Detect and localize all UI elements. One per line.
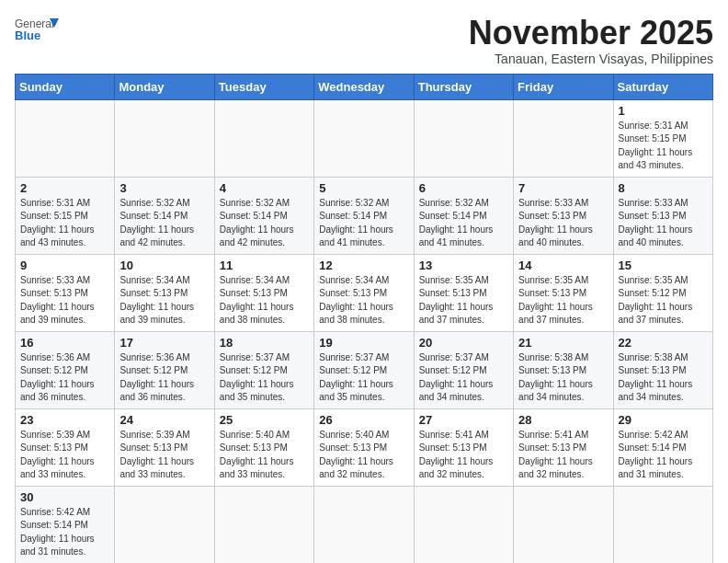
month-year-title: November 2025 xyxy=(469,15,713,52)
calendar-table: SundayMondayTuesdayWednesdayThursdayFrid… xyxy=(15,74,713,563)
calendar-cell: 11Sunrise: 5:34 AMSunset: 5:13 PMDayligh… xyxy=(214,254,313,331)
calendar-cell: 20Sunrise: 5:37 AMSunset: 5:12 PMDayligh… xyxy=(414,331,513,408)
calendar-cell: 15Sunrise: 5:35 AMSunset: 5:12 PMDayligh… xyxy=(613,254,712,331)
calendar-cell: 9Sunrise: 5:33 AMSunset: 5:13 PMDaylight… xyxy=(16,254,115,331)
day-number: 29 xyxy=(619,413,708,427)
col-header-saturday: Saturday xyxy=(613,74,712,99)
day-number: 18 xyxy=(220,336,309,350)
day-number: 21 xyxy=(518,336,608,350)
calendar-cell: 1Sunrise: 5:31 AMSunset: 5:15 PMDaylight… xyxy=(613,99,712,177)
day-number: 2 xyxy=(20,181,109,195)
page-header: General Blue November 2025 Tanauan, East… xyxy=(15,15,713,66)
calendar-cell: 5Sunrise: 5:32 AMSunset: 5:14 PMDaylight… xyxy=(314,177,414,254)
day-number: 28 xyxy=(518,413,608,427)
calendar-cell xyxy=(613,486,712,563)
calendar-cell: 7Sunrise: 5:33 AMSunset: 5:13 PMDaylight… xyxy=(514,177,613,254)
calendar-cell xyxy=(214,99,313,177)
calendar-cell: 28Sunrise: 5:41 AMSunset: 5:13 PMDayligh… xyxy=(514,408,613,486)
day-info: Sunrise: 5:36 AMSunset: 5:12 PMDaylight:… xyxy=(119,351,209,405)
day-number: 13 xyxy=(419,259,508,272)
col-header-monday: Monday xyxy=(115,74,214,99)
logo-area: General Blue xyxy=(15,15,59,48)
calendar-cell: 21Sunrise: 5:38 AMSunset: 5:13 PMDayligh… xyxy=(514,331,613,408)
calendar-cell: 19Sunrise: 5:37 AMSunset: 5:12 PMDayligh… xyxy=(314,331,414,408)
calendar-cell: 25Sunrise: 5:40 AMSunset: 5:13 PMDayligh… xyxy=(214,408,313,486)
calendar-cell: 22Sunrise: 5:38 AMSunset: 5:13 PMDayligh… xyxy=(613,331,712,408)
day-info: Sunrise: 5:32 AMSunset: 5:14 PMDaylight:… xyxy=(220,197,309,250)
day-info: Sunrise: 5:31 AMSunset: 5:15 PMDaylight:… xyxy=(20,197,109,250)
day-info: Sunrise: 5:39 AMSunset: 5:13 PMDaylight:… xyxy=(119,429,209,482)
day-number: 5 xyxy=(319,181,408,195)
calendar-cell: 2Sunrise: 5:31 AMSunset: 5:15 PMDaylight… xyxy=(16,177,115,254)
calendar-cell: 4Sunrise: 5:32 AMSunset: 5:14 PMDaylight… xyxy=(214,177,313,254)
calendar-cell: 8Sunrise: 5:33 AMSunset: 5:13 PMDaylight… xyxy=(613,177,712,254)
calendar-week-5: 30Sunrise: 5:42 AMSunset: 5:14 PMDayligh… xyxy=(16,486,713,563)
day-info: Sunrise: 5:32 AMSunset: 5:14 PMDaylight:… xyxy=(319,197,408,250)
title-area: November 2025 Tanauan, Eastern Visayas, … xyxy=(469,15,713,66)
calendar-week-1: 2Sunrise: 5:31 AMSunset: 5:15 PMDaylight… xyxy=(16,177,713,254)
col-header-friday: Friday xyxy=(514,74,613,99)
day-info: Sunrise: 5:38 AMSunset: 5:13 PMDaylight:… xyxy=(518,351,608,405)
calendar-cell: 3Sunrise: 5:32 AMSunset: 5:14 PMDaylight… xyxy=(115,177,214,254)
day-info: Sunrise: 5:42 AMSunset: 5:14 PMDaylight:… xyxy=(20,506,109,559)
calendar-cell: 14Sunrise: 5:35 AMSunset: 5:13 PMDayligh… xyxy=(514,254,613,331)
day-number: 1 xyxy=(619,104,708,118)
calendar-cell xyxy=(514,99,613,177)
calendar-cell: 23Sunrise: 5:39 AMSunset: 5:13 PMDayligh… xyxy=(16,408,115,486)
day-number: 7 xyxy=(518,181,608,195)
day-number: 26 xyxy=(319,413,408,427)
day-number: 16 xyxy=(20,336,109,350)
day-number: 6 xyxy=(419,181,508,195)
day-number: 22 xyxy=(619,336,708,350)
calendar-cell xyxy=(16,99,115,177)
col-header-tuesday: Tuesday xyxy=(214,74,313,99)
day-info: Sunrise: 5:33 AMSunset: 5:13 PMDaylight:… xyxy=(518,197,608,250)
calendar-week-0: 1Sunrise: 5:31 AMSunset: 5:15 PMDaylight… xyxy=(16,99,713,177)
day-info: Sunrise: 5:31 AMSunset: 5:15 PMDaylight:… xyxy=(619,120,708,173)
day-number: 4 xyxy=(220,181,309,195)
calendar-cell xyxy=(414,486,513,563)
calendar-cell: 29Sunrise: 5:42 AMSunset: 5:14 PMDayligh… xyxy=(613,408,712,486)
day-number: 19 xyxy=(319,336,408,350)
day-info: Sunrise: 5:34 AMSunset: 5:13 PMDaylight:… xyxy=(119,274,209,327)
svg-text:Blue: Blue xyxy=(15,29,40,42)
calendar-cell: 18Sunrise: 5:37 AMSunset: 5:12 PMDayligh… xyxy=(214,331,313,408)
day-number: 20 xyxy=(419,336,508,350)
calendar-week-4: 23Sunrise: 5:39 AMSunset: 5:13 PMDayligh… xyxy=(16,408,713,486)
calendar-cell xyxy=(514,486,613,563)
calendar-cell xyxy=(214,486,313,563)
day-number: 24 xyxy=(119,413,209,427)
calendar-cell: 17Sunrise: 5:36 AMSunset: 5:12 PMDayligh… xyxy=(115,331,214,408)
day-number: 8 xyxy=(619,181,708,195)
calendar-cell xyxy=(414,99,513,177)
day-number: 25 xyxy=(220,413,309,427)
col-header-sunday: Sunday xyxy=(16,74,115,99)
calendar-cell xyxy=(314,99,414,177)
day-info: Sunrise: 5:37 AMSunset: 5:12 PMDaylight:… xyxy=(319,351,408,405)
calendar-cell: 6Sunrise: 5:32 AMSunset: 5:14 PMDaylight… xyxy=(414,177,513,254)
day-info: Sunrise: 5:39 AMSunset: 5:13 PMDaylight:… xyxy=(20,429,109,482)
day-number: 30 xyxy=(20,490,109,504)
day-info: Sunrise: 5:37 AMSunset: 5:12 PMDaylight:… xyxy=(419,351,508,405)
day-info: Sunrise: 5:41 AMSunset: 5:13 PMDaylight:… xyxy=(518,429,608,482)
day-info: Sunrise: 5:33 AMSunset: 5:13 PMDaylight:… xyxy=(20,274,109,327)
day-info: Sunrise: 5:37 AMSunset: 5:12 PMDaylight:… xyxy=(220,351,309,405)
calendar-cell: 26Sunrise: 5:40 AMSunset: 5:13 PMDayligh… xyxy=(314,408,414,486)
day-info: Sunrise: 5:35 AMSunset: 5:13 PMDaylight:… xyxy=(419,274,508,327)
day-number: 9 xyxy=(20,259,109,272)
location-subtitle: Tanauan, Eastern Visayas, Philippines xyxy=(469,52,713,66)
day-info: Sunrise: 5:34 AMSunset: 5:13 PMDaylight:… xyxy=(319,274,408,327)
calendar-cell xyxy=(314,486,414,563)
col-header-thursday: Thursday xyxy=(414,74,513,99)
calendar-cell xyxy=(115,99,214,177)
day-info: Sunrise: 5:32 AMSunset: 5:14 PMDaylight:… xyxy=(119,197,209,250)
day-info: Sunrise: 5:40 AMSunset: 5:13 PMDaylight:… xyxy=(319,429,408,482)
day-info: Sunrise: 5:33 AMSunset: 5:13 PMDaylight:… xyxy=(619,197,708,250)
calendar-week-3: 16Sunrise: 5:36 AMSunset: 5:12 PMDayligh… xyxy=(16,331,713,408)
day-number: 23 xyxy=(20,413,109,427)
calendar-cell: 10Sunrise: 5:34 AMSunset: 5:13 PMDayligh… xyxy=(115,254,214,331)
col-header-wednesday: Wednesday xyxy=(314,74,414,99)
day-headers-row: SundayMondayTuesdayWednesdayThursdayFrid… xyxy=(16,74,713,99)
calendar-cell xyxy=(115,486,214,563)
day-number: 12 xyxy=(319,259,408,272)
